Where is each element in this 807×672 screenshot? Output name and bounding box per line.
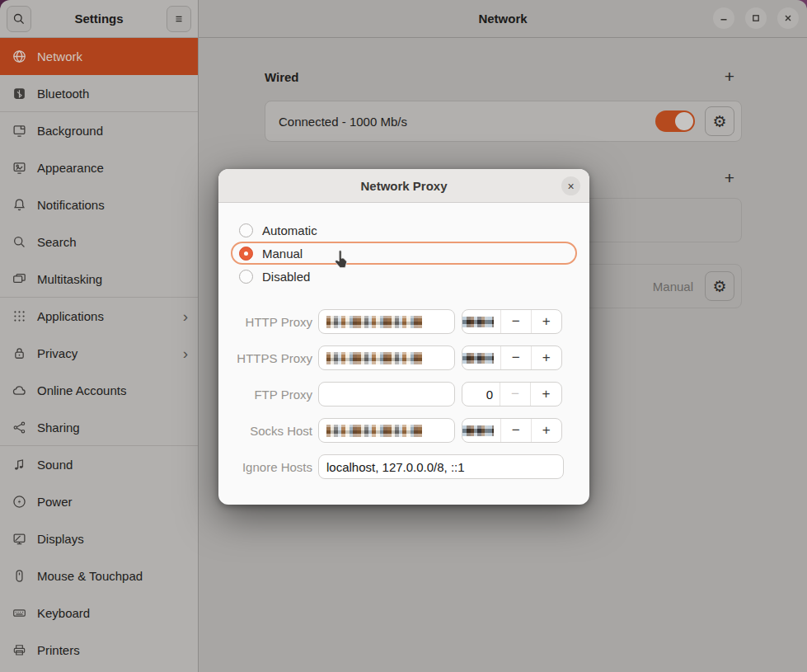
close-icon: × [567,180,574,193]
sidebar-item-sound[interactable]: Sound [0,446,198,483]
sidebar-item-privacy[interactable]: Privacy › [0,335,198,372]
wired-status-text: Connected - 1000 Mb/s [279,115,407,129]
sidebar-item-multitasking[interactable]: Multitasking [0,261,198,298]
sidebar-item-search[interactable]: Search [0,223,198,261]
sidebar-item-appearance[interactable]: Appearance [0,149,198,186]
option-label: Manual [262,247,303,261]
sidebar-item-power[interactable]: Power [0,483,198,520]
sidebar-item-label: Background [37,124,103,138]
add-wired-connection-button[interactable]: + [717,64,742,89]
search-icon [12,12,26,26]
sidebar-item-label: Appearance [37,161,104,175]
background-icon [12,124,26,138]
socks-port-value[interactable] [462,419,501,442]
proxy-option-automatic[interactable]: Automatic [231,219,577,242]
page-title: Network [478,12,527,26]
add-vpn-button[interactable]: + [717,166,742,190]
increment-button[interactable]: + [532,419,562,442]
increment-button[interactable]: + [531,383,561,406]
globe-icon [12,49,26,63]
minimize-icon [718,12,730,24]
option-label: Disabled [262,270,310,284]
sidebar-item-sharing[interactable]: Sharing [0,409,198,446]
maximize-icon [750,12,762,24]
ftp-port-spinbutton: 0 − + [462,382,562,406]
socks-host-row: Socks Host − + [231,418,577,443]
sidebar-item-label: Privacy [37,346,77,360]
sidebar-item-network[interactable]: Network [0,38,198,75]
radio-icon [239,270,253,284]
socks-host-field[interactable] [318,418,455,443]
gear-icon: ⚙ [712,277,726,296]
sidebar-item-bluetooth[interactable]: Bluetooth [0,75,198,112]
wired-toggle-switch[interactable] [655,110,695,132]
wired-section-header: Wired + [265,61,742,92]
bell-icon [12,198,26,212]
http-proxy-label: HTTP Proxy [231,315,312,329]
decrement-button[interactable]: − [501,346,532,369]
https-proxy-row: HTTPS Proxy − + [231,345,577,370]
sidebar: Network Bluetooth Background [0,38,199,672]
sidebar-item-online-accounts[interactable]: Online Accounts [0,372,198,409]
keyboard-icon [12,606,26,620]
sidebar-item-label: Printers [37,643,80,657]
https-proxy-field[interactable] [318,345,455,370]
sidebar-item-applications[interactable]: Applications › [0,298,198,335]
appearance-icon [12,161,26,175]
radio-checked-icon [239,247,253,261]
sidebar-item-keyboard[interactable]: Keyboard [0,594,198,632]
https-port-spinbutton: − + [462,345,562,370]
dialog-close-button[interactable]: × [561,176,580,195]
proxy-settings-button[interactable]: ⚙ [705,271,734,301]
decrement-button[interactable]: − [501,419,532,442]
proxy-option-disabled[interactable]: Disabled [231,265,577,288]
http-proxy-field[interactable] [318,309,455,334]
ignore-hosts-field[interactable]: localhost, 127.0.0.0/8, ::1 [318,454,564,479]
decrement-button[interactable]: − [501,310,532,333]
censored-text [326,425,422,437]
socks-port-spinbutton: − + [462,418,562,443]
close-button[interactable] [777,7,799,29]
search-button[interactable] [7,6,31,32]
wired-section-title: Wired [265,70,299,84]
ignore-hosts-label: Ignore Hosts [231,460,312,474]
toggle-knob [675,112,693,130]
sidebar-item-label: Displays [37,532,84,546]
censored-text [326,352,422,364]
lock-icon [12,346,26,360]
sidebar-item-background[interactable]: Background [0,112,198,149]
proxy-mode-value: Manual [653,280,693,294]
primary-menu-button[interactable] [167,6,191,32]
main-headerbar: Network [199,0,807,38]
sidebar-item-label: Search [37,235,77,249]
decrement-button[interactable]: − [500,383,531,406]
proxy-option-manual[interactable]: Manual [231,242,577,265]
hamburger-icon [172,12,185,26]
ignore-hosts-row: Ignore Hosts localhost, 127.0.0.0/8, ::1 [231,454,577,479]
sidebar-item-printers[interactable]: Printers [0,632,198,669]
dialog-title: Network Proxy [360,179,447,193]
network-proxy-dialog: Network Proxy × Automatic Manual Disable… [218,169,589,505]
increment-button[interactable]: + [532,346,562,369]
share-icon [12,421,26,435]
maximize-button[interactable] [745,7,767,29]
censored-text [462,317,494,327]
sidebar-item-displays[interactable]: Displays [0,520,198,557]
search-icon [12,235,26,249]
wired-settings-button[interactable]: ⚙ [705,106,734,136]
increment-button[interactable]: + [532,310,562,333]
http-port-value[interactable] [462,310,501,333]
music-note-icon [12,458,26,472]
https-port-value[interactable] [462,346,501,369]
chevron-right-icon: › [183,308,188,324]
ftp-port-value[interactable]: 0 [462,383,500,406]
ftp-proxy-row: FTP Proxy 0 − + [231,382,577,406]
minimize-button[interactable] [713,7,734,29]
sidebar-item-mouse-touchpad[interactable]: Mouse & Touchpad [0,557,198,594]
sidebar-headerbar: Settings [0,0,199,38]
ftp-proxy-field[interactable] [318,382,455,406]
bluetooth-icon [12,87,26,101]
censored-text [326,316,422,328]
sidebar-item-notifications[interactable]: Notifications [0,186,198,223]
wired-connection-row: Connected - 1000 Mb/s ⚙ [265,101,742,142]
